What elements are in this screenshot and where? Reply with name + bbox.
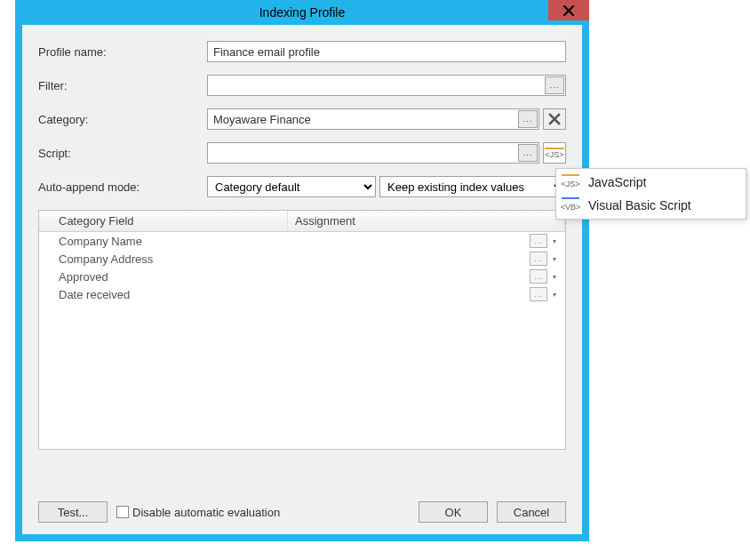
window-title: Indexing Profile (15, 5, 589, 20)
profile-name-label: Profile name: (38, 45, 207, 59)
category-clear-button[interactable] (543, 108, 566, 130)
assignment-dropdown-button[interactable]: ▾ (549, 234, 560, 248)
auto-append-label: Auto-append mode: (38, 180, 207, 194)
x-icon (548, 113, 561, 125)
ellipsis-icon: ... (534, 255, 543, 263)
close-button[interactable] (548, 0, 589, 20)
auto-append-select[interactable]: Category default (207, 176, 376, 197)
ellipsis-icon: ... (523, 115, 533, 124)
assignment-dropdown-button[interactable]: ▾ (549, 287, 560, 301)
chevron-down-icon: ▾ (553, 273, 556, 281)
menu-item-vbscript[interactable]: <VB> Visual Basic Script (558, 194, 744, 217)
ellipsis-icon: ... (534, 273, 543, 281)
chevron-down-icon: ▾ (553, 291, 556, 299)
table-row[interactable]: Company Address ... ▾ (39, 250, 565, 268)
assignment-browse-button[interactable]: ... (530, 252, 547, 266)
category-input[interactable] (207, 108, 539, 130)
assignment-browse-button[interactable]: ... (530, 269, 547, 284)
assignment-browse-button[interactable]: ... (530, 234, 547, 248)
header-category-field[interactable]: Category Field (39, 211, 288, 231)
js-icon: <JS> (562, 174, 579, 190)
assignment-browse-button[interactable]: ... (530, 287, 547, 301)
keep-existing-select[interactable]: Keep existing index values (379, 176, 566, 197)
cell-field-name: Company Address (39, 252, 288, 266)
category-label: Category: (38, 113, 207, 126)
js-icon: <JS> (545, 148, 563, 159)
script-label: Script: (38, 147, 207, 160)
table-row[interactable]: Approved ... ▾ (39, 268, 565, 285)
cell-field-name: Approved (39, 270, 288, 284)
ellipsis-icon: ... (550, 81, 560, 90)
filter-label: Filter: (38, 79, 207, 92)
category-browse-button[interactable]: ... (518, 110, 538, 128)
cancel-button[interactable]: Cancel (497, 501, 566, 523)
row-auto-append: Auto-append mode: Category default Keep … (38, 176, 566, 197)
ellipsis-icon: ... (523, 148, 533, 157)
indexing-profile-dialog: Indexing Profile Profile name: Filter: .… (15, 0, 589, 541)
disable-auto-checkbox-wrap[interactable]: Disable automatic evaluation (116, 506, 280, 519)
script-language-menu: <JS> JavaScript <VB> Visual Basic Script (555, 168, 746, 220)
ellipsis-icon: ... (534, 237, 543, 245)
row-script: Script: ... <JS> (38, 142, 566, 164)
dialog-client-area: Profile name: Filter: ... Category: (22, 25, 582, 534)
table-body: Company Name ... ▾ Company Address ... ▾… (39, 232, 565, 303)
row-category: Category: ... (38, 108, 566, 130)
chevron-down-icon: ▾ (553, 255, 556, 263)
header-assignment[interactable]: Assignment (288, 211, 565, 231)
assignment-dropdown-button[interactable]: ▾ (549, 269, 560, 284)
disable-auto-label: Disable automatic evaluation (132, 506, 280, 519)
disable-auto-checkbox[interactable] (116, 506, 129, 518)
script-language-button[interactable]: <JS> (543, 142, 566, 164)
profile-name-input[interactable] (207, 41, 566, 62)
vb-icon: <VB> (562, 197, 579, 213)
ok-button[interactable]: OK (419, 501, 488, 523)
dialog-footer: Test... Disable automatic evaluation OK … (38, 500, 566, 524)
filter-input[interactable] (207, 75, 566, 96)
script-input[interactable] (207, 142, 539, 164)
fields-table: Category Field Assignment Company Name .… (38, 210, 566, 450)
cell-field-name: Company Name (39, 235, 288, 248)
filter-browse-button[interactable]: ... (545, 76, 564, 94)
menu-item-javascript[interactable]: <JS> JavaScript (558, 171, 744, 194)
menu-item-label: JavaScript (588, 175, 646, 189)
ellipsis-icon: ... (534, 291, 543, 299)
close-icon (563, 5, 574, 16)
test-button[interactable]: Test... (38, 501, 108, 523)
assignment-dropdown-button[interactable]: ▾ (549, 252, 560, 266)
chevron-down-icon: ▾ (553, 237, 556, 245)
row-filter: Filter: ... (38, 75, 566, 96)
menu-item-label: Visual Basic Script (588, 198, 691, 212)
cell-field-name: Date received (39, 288, 288, 301)
table-row[interactable]: Company Name ... ▾ (39, 232, 565, 250)
row-profile-name: Profile name: (38, 41, 566, 62)
script-browse-button[interactable]: ... (518, 144, 538, 162)
table-row[interactable]: Date received ... ▾ (39, 285, 565, 303)
title-bar[interactable]: Indexing Profile (15, 0, 589, 25)
table-header: Category Field Assignment (39, 211, 565, 232)
